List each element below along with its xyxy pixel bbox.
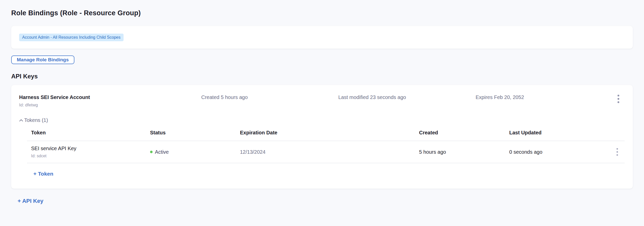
column-header-created: Created xyxy=(415,126,505,141)
api-keys-title: API Keys xyxy=(11,73,633,79)
service-account-id: Id: dfetwg xyxy=(19,103,201,108)
service-account-name: Harness SEI Service Account xyxy=(19,94,201,100)
token-status-cell: Active xyxy=(146,141,236,163)
token-menu-icon[interactable] xyxy=(614,148,621,156)
token-name: SEI service API Key xyxy=(31,146,142,151)
kebab-dot xyxy=(618,98,619,100)
account-expires-text: Expires Feb 20, 2052 xyxy=(476,94,615,100)
manage-role-bindings-button[interactable]: Manage Role Bindings xyxy=(11,55,74,64)
kebab-dot xyxy=(616,148,618,150)
token-table-row: SEI service API Key Id: sdcet Active 12/… xyxy=(27,141,625,163)
kebab-dot xyxy=(618,101,619,103)
token-id: Id: sdcet xyxy=(31,153,142,158)
tokens-toggle-label: Tokens (1) xyxy=(24,117,48,123)
token-name-cell: SEI service API Key Id: sdcet xyxy=(27,141,146,163)
add-token-button[interactable]: + Token xyxy=(33,171,53,177)
column-header-expiration-date: Expiration Date xyxy=(236,126,415,141)
column-header-token: Token xyxy=(27,126,146,141)
tokens-table-header-row: Token Status Expiration Date Created Las… xyxy=(27,126,625,141)
tokens-collapse-toggle[interactable]: Tokens (1) xyxy=(19,117,48,123)
api-key-card: Harness SEI Service Account Id: dfetwg C… xyxy=(11,85,633,189)
status-active-dot-icon xyxy=(150,151,153,153)
chevron-up-icon xyxy=(19,119,23,122)
tokens-table: Token Status Expiration Date Created Las… xyxy=(27,126,625,163)
token-expiration-date: 12/13/2024 xyxy=(236,141,415,163)
token-status-label: Active xyxy=(155,149,169,155)
service-account-page: Role Bindings (Role - Resource Group) Ac… xyxy=(0,0,644,204)
column-header-status: Status xyxy=(146,126,236,141)
token-menu-cell xyxy=(590,141,625,163)
token-created: 5 hours ago xyxy=(415,141,505,163)
kebab-dot xyxy=(616,154,618,156)
token-last-updated: 0 seconds ago xyxy=(505,141,590,163)
role-binding-tag: Account Admin - All Resources Including … xyxy=(19,34,124,41)
kebab-dot xyxy=(616,151,618,153)
account-last-modified-text: Last modified 23 seconds ago xyxy=(338,94,476,100)
role-bindings-card: Account Admin - All Resources Including … xyxy=(11,26,633,49)
column-header-last-updated: Last Updated xyxy=(505,126,590,141)
account-menu-icon[interactable] xyxy=(615,94,622,104)
add-api-key-button[interactable]: + API Key xyxy=(18,198,43,204)
service-account-identity: Harness SEI Service Account Id: dfetwg xyxy=(19,94,201,108)
account-created-text: Created 5 hours ago xyxy=(201,94,338,100)
kebab-dot xyxy=(618,95,619,96)
service-account-header-row: Harness SEI Service Account Id: dfetwg C… xyxy=(19,94,625,108)
role-bindings-title: Role Bindings (Role - Resource Group) xyxy=(11,10,633,17)
column-header-menu xyxy=(590,126,625,141)
